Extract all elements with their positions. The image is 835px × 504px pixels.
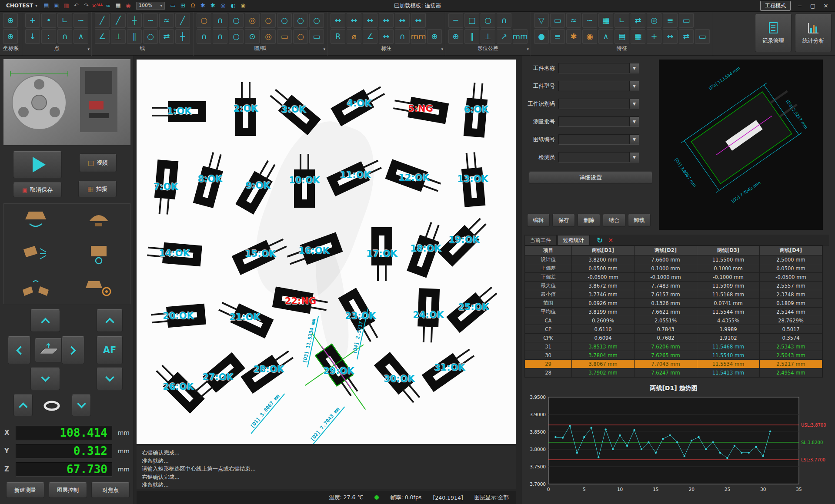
tab-process-statistics[interactable]: 过程统计 xyxy=(558,235,590,245)
peak-point-icon[interactable]: ∧ xyxy=(73,29,88,44)
stage-left-button[interactable] xyxy=(8,336,30,364)
mm-unit-icon[interactable]: mm xyxy=(411,29,426,44)
low-angle-light-icon[interactable] xyxy=(4,270,67,304)
wave-feature-icon[interactable]: ~ xyxy=(582,13,597,28)
new-measure-button[interactable]: 新建测量 xyxy=(6,482,44,498)
width-dim-icon[interactable]: ↔ xyxy=(379,13,394,28)
gap-line-icon[interactable]: ╱ xyxy=(175,13,190,28)
straightness-tol-icon[interactable]: ─ xyxy=(448,13,463,28)
maximize-button[interactable]: ▢ xyxy=(809,3,817,9)
table-row[interactable]: 最大值3.8672 mm7.7483 mm11.5909 mm2.5557 mm xyxy=(525,282,822,290)
inspector-field-input[interactable]: ▼ xyxy=(558,152,639,162)
position-tol-icon[interactable]: ⊕ xyxy=(448,29,463,44)
fit-circle-icon[interactable]: ○ xyxy=(229,29,244,44)
record-management-button[interactable]: 记录管理 xyxy=(755,14,792,52)
axis-line-icon[interactable]: ┼ xyxy=(175,29,190,44)
scan-feature-icon[interactable]: ≈ xyxy=(566,13,581,28)
workpiece-id-field-input[interactable]: ▼ xyxy=(558,99,639,109)
profile-tol-icon[interactable]: ∩ xyxy=(497,13,511,28)
roundness-tol-icon[interactable]: ○ xyxy=(481,13,495,28)
wave-line-icon[interactable]: ~ xyxy=(143,13,158,28)
perpendicularity-tol-icon[interactable]: ⊥ xyxy=(481,29,495,44)
slot-icon[interactable]: ▭ xyxy=(309,29,324,44)
stage-down-button[interactable] xyxy=(30,368,60,390)
table-row[interactable]: 设计值3.8200 mm7.6600 mm11.5500 mm2.5000 mm xyxy=(525,255,822,264)
calibrate-icon[interactable]: ✱ xyxy=(198,1,207,10)
group-dropdown-icon[interactable]: ▾ xyxy=(323,46,325,52)
group-dropdown-icon[interactable]: ▾ xyxy=(527,46,529,52)
fine-up-button[interactable] xyxy=(13,395,33,416)
flatness-tol-icon[interactable]: □ xyxy=(464,13,479,28)
table-row[interactable]: 上偏差0.0500 mm0.1000 mm0.1000 mm0.0500 mm xyxy=(525,264,822,273)
undo-icon[interactable]: ↶ xyxy=(72,1,81,10)
snapshot-icon[interactable]: ◉ xyxy=(238,1,247,10)
scan-arc-icon[interactable]: ∩ xyxy=(213,29,227,44)
light-settings-icon[interactable] xyxy=(67,270,130,304)
detail-settings-button[interactable]: 详细设置 xyxy=(529,172,652,184)
layer-control-button[interactable]: 图层控制 xyxy=(49,482,87,498)
table-row[interactable]: CPK0.60940.76821.91020.3574 xyxy=(525,334,822,342)
save-icon[interactable]: ▣ xyxy=(52,1,61,10)
ellipse-icon[interactable]: ○ xyxy=(293,29,308,44)
symmetry-tol-icon[interactable]: mm xyxy=(513,29,528,44)
ring-light-icon[interactable] xyxy=(4,204,67,237)
link-icon[interactable]: ∞ xyxy=(104,1,113,10)
ring-icon[interactable]: ◎ xyxy=(261,29,276,44)
fit-line-icon[interactable]: ╱ xyxy=(111,13,126,28)
perpendicular-line-icon[interactable]: ⊥ xyxy=(111,29,126,44)
message-log[interactable]: 右键确认完成...准备就绪...请输入矩形框选区中心线上第一点或右键结束...右… xyxy=(137,446,516,489)
inscribed-circle-icon[interactable]: ⊙ xyxy=(245,29,260,44)
coaxial-light-icon[interactable] xyxy=(67,237,130,271)
diameter-dim-icon[interactable]: ⌀ xyxy=(347,29,361,44)
minimize-button[interactable]: ─ xyxy=(796,3,804,9)
array-feature-icon[interactable]: ▦ xyxy=(631,29,645,44)
tab-current-workpiece[interactable]: 当前工件 xyxy=(524,235,557,245)
measurement-canvas[interactable]: 1:OK2:OK3:OK4:OK5:NG6:OK7:OK8:OK9:OK10:O… xyxy=(137,60,516,444)
move-feature-icon[interactable]: ↔ xyxy=(663,29,678,44)
circle-icon[interactable]: ○ xyxy=(197,13,211,28)
arc-length-dim-icon[interactable]: ∩ xyxy=(395,29,410,44)
dropdown-caret-icon[interactable]: ▼ xyxy=(629,117,639,126)
dropdown-caret-icon[interactable]: ▼ xyxy=(629,135,639,144)
statistics-analysis-button[interactable]: 统计分析 xyxy=(795,14,832,52)
scan-circle-icon[interactable]: ○ xyxy=(309,13,324,28)
probe-feature-icon[interactable]: ▽ xyxy=(534,13,549,28)
stage-move-button[interactable] xyxy=(35,338,62,362)
system-settings-icon[interactable]: ✱ xyxy=(208,1,217,10)
tangent-circle-icon[interactable]: ○ xyxy=(277,13,292,28)
z-down-button[interactable] xyxy=(97,368,123,390)
angle-dim-icon[interactable]: ∠ xyxy=(363,29,377,44)
combine-feature-icon[interactable]: ≡ xyxy=(663,13,678,28)
engineering-mode-button[interactable]: 工程模式 xyxy=(760,1,791,11)
cross-feature-icon[interactable]: + xyxy=(647,29,661,44)
parallel-line-icon[interactable]: ∥ xyxy=(127,29,142,44)
horizontal-dim-icon[interactable]: ↔ xyxy=(331,13,345,28)
redo-icon[interactable]: ↷ xyxy=(82,1,91,10)
disc-feature-icon[interactable]: ◉ xyxy=(582,29,597,44)
perp-foot-point-icon[interactable]: • xyxy=(41,13,56,28)
fit-arc-icon[interactable]: ∩ xyxy=(197,29,211,44)
table-row[interactable]: CA0.2609%2.0551%4.4355%28.7629% xyxy=(525,316,822,325)
video-button[interactable]: ▤ 视频 xyxy=(79,154,117,172)
app-menu[interactable]: CHOTEST ▾ xyxy=(3,2,40,10)
coordinate-dim-icon[interactable]: ⊕ xyxy=(427,29,442,44)
new-file-icon[interactable]: ▤ xyxy=(42,1,51,10)
gear-feature-icon[interactable]: ✱ xyxy=(566,29,581,44)
export-icon[interactable]: ▥ xyxy=(62,1,71,10)
workpiece-name-field-input[interactable]: ▼ xyxy=(558,63,639,73)
dropdown-caret-icon[interactable]: ▼ xyxy=(629,63,639,73)
baseline-dim-icon[interactable]: ↔ xyxy=(411,13,426,28)
stage-align-icon[interactable]: ⊞ xyxy=(178,1,187,10)
chamfer-dim-icon[interactable]: ↔ xyxy=(379,29,394,44)
table-row[interactable]: 最小值3.7746 mm7.6157 mm11.5168 mm2.3748 mm xyxy=(525,290,822,299)
gear-circle-icon[interactable]: ○ xyxy=(261,13,276,28)
delete-button[interactable]: 删除 xyxy=(578,214,600,227)
two-point-line-icon[interactable]: ╱ xyxy=(95,13,110,28)
offset-point-icon[interactable]: ↓ xyxy=(25,29,40,44)
mirror-line-icon[interactable]: ⇄ xyxy=(159,29,174,44)
rect-feature-icon[interactable]: ▭ xyxy=(550,13,565,28)
multi-point-circle-icon[interactable]: ○ xyxy=(229,13,244,28)
tangent-line-icon[interactable]: ○ xyxy=(143,29,158,44)
plane-coordinate-icon[interactable]: ⊕ xyxy=(3,13,18,28)
grid-feature-icon[interactable]: ▦ xyxy=(598,13,613,28)
